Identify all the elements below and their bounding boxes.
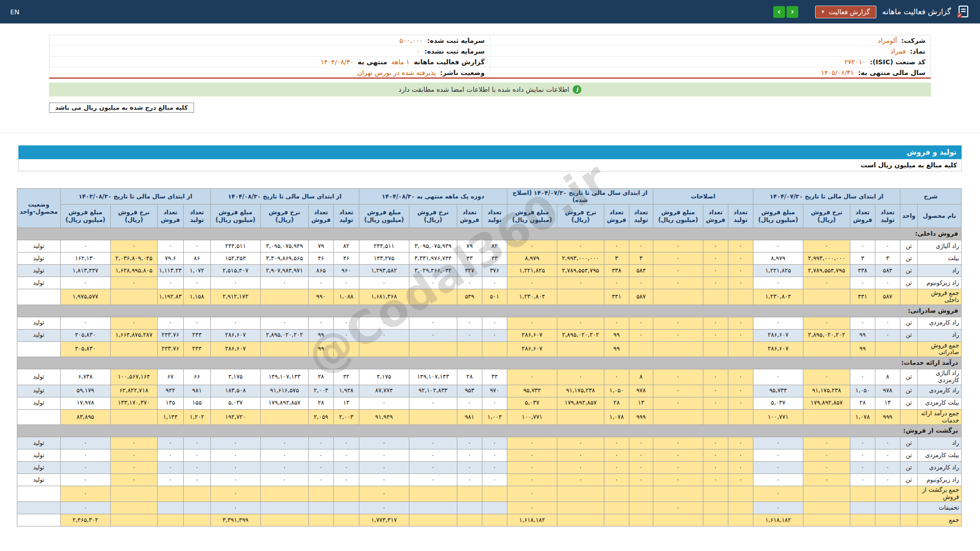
value-cell: ۰ xyxy=(210,462,260,474)
value-cell xyxy=(333,502,359,514)
value-cell xyxy=(110,341,157,357)
value-cell xyxy=(703,486,728,502)
value-cell xyxy=(803,289,850,305)
value-cell: ۰ xyxy=(482,449,507,462)
product-name-cell: راد xyxy=(918,437,962,449)
value-cell: ۵۸۴ xyxy=(629,265,653,277)
column-header: واحد xyxy=(900,205,917,228)
value-cell: ۰ xyxy=(359,317,409,329)
value-cell: ۲,۰۵۹ xyxy=(308,409,333,425)
value-cell: ۰ xyxy=(703,385,728,397)
column-header: تعداد تولید xyxy=(333,205,359,228)
product-name-cell: بیلت کارمزدی xyxy=(918,397,962,409)
value-cell: ۰ xyxy=(409,462,457,474)
report-type-button[interactable]: گزارش فعالیت ▾ xyxy=(815,6,876,18)
value-cell xyxy=(308,486,333,502)
value-cell: ۱,۲۳۰,۸۰۴ xyxy=(507,289,557,305)
isic-field: کد صنعت (ISIC): ۲۷۲۰۱۰ xyxy=(490,57,931,67)
value-cell: ۰ xyxy=(507,502,557,514)
alert-text: اطلاعات نمایش داده شده با اطلاعات امضا ش… xyxy=(399,86,569,93)
value-cell xyxy=(359,341,409,357)
value-cell xyxy=(157,486,183,502)
next-report-button[interactable]: › xyxy=(787,6,798,18)
value-cell: ۰ xyxy=(629,329,653,341)
value-cell: ۰ xyxy=(557,277,604,289)
value-cell: ۴۳ xyxy=(457,253,482,265)
unregistered-capital-field: سرمایه ثبت نشده: ۰ xyxy=(50,46,490,56)
value-cell: ۰ xyxy=(728,329,753,341)
value-cell: ۰ xyxy=(629,449,653,462)
value-cell: ۱۷۹,۸۹۲,۸۵۷ xyxy=(803,397,850,409)
value-cell: ۰ xyxy=(703,397,728,409)
value-cell: ۰ xyxy=(359,277,409,289)
value-cell xyxy=(110,502,157,514)
value-cell: ۰ xyxy=(482,277,507,289)
value-cell: ۰ xyxy=(260,449,308,462)
unit-cell: تن xyxy=(900,253,917,265)
value-cell: ۱۴۹,۱۰۷,۱۴۳ xyxy=(409,369,457,385)
value-cell xyxy=(260,409,308,425)
value-cell: ۳۷۶ xyxy=(482,265,507,277)
column-header: مبلغ فروش (میلیون ریال) xyxy=(507,205,557,228)
value-cell xyxy=(260,289,308,305)
product-row: راد آلیاژی کارمزدیتن۸۰۰۰۰۰۰۸۰۰۰۳۴۲۸۱۴۹,۱… xyxy=(17,369,961,385)
value-cell: ۰ xyxy=(457,437,482,449)
value-cell: ۰ xyxy=(60,277,110,289)
column-header-status: وضعیت محصول-واحد xyxy=(17,189,60,228)
value-cell: ۹۵,۷۳۴ xyxy=(507,385,557,397)
value-cell: ۱,۰۵۰ xyxy=(850,385,875,397)
value-cell: ۰ xyxy=(753,474,803,486)
column-header: نرخ فروش (ریال) xyxy=(803,205,850,228)
production-sales-section: تولید و فروش کلیه مبالغ به میلیون ریال ا… xyxy=(18,145,962,527)
value-cell: ۰ xyxy=(60,449,110,462)
value-cell: ۹۷۸ xyxy=(629,385,653,397)
value-cell: ۹۸۱ xyxy=(457,409,482,425)
value-cell: ۰ xyxy=(728,240,753,253)
value-cell: ۲,۷۸۹,۵۵۴,۷۹۵ xyxy=(557,265,604,277)
value-cell xyxy=(457,502,482,514)
value-cell: ۴,۱۷۵ xyxy=(359,369,409,385)
value-cell: ۰ xyxy=(210,502,260,514)
value-cell: ۰ xyxy=(183,317,210,329)
value-cell: ۰ xyxy=(482,437,507,449)
value-cell: ۰ xyxy=(850,369,875,385)
value-cell: ۰ xyxy=(457,397,482,409)
field-label: وضعیت ناشر: xyxy=(440,69,484,77)
value-cell xyxy=(260,502,308,514)
value-cell: ۰ xyxy=(803,240,850,253)
product-name-cell: جمع فروش داخلی xyxy=(918,289,962,305)
column-header: مبلغ فروش (میلیون ریال) xyxy=(753,205,803,228)
prev-report-button[interactable]: ‹ xyxy=(773,6,785,18)
value-cell: ۰ xyxy=(333,329,359,341)
value-cell: ۰ xyxy=(803,474,850,486)
value-cell xyxy=(110,409,157,425)
value-cell xyxy=(803,486,850,502)
table-subheader-row: نام محصولواحدتعداد تولیدتعداد فروشنرخ فر… xyxy=(17,205,961,228)
value-cell: ۰ xyxy=(653,253,703,265)
value-cell: ۰ xyxy=(557,449,604,462)
value-cell: ۰ xyxy=(359,397,409,409)
chevron-down-icon: ▾ xyxy=(822,9,824,14)
column-header: تعداد فروش xyxy=(157,205,183,228)
unit-cell: تن xyxy=(900,462,917,474)
column-group-header: اصلاحات xyxy=(653,189,753,205)
value-cell: ۱۴۳,۲۷۵ xyxy=(359,253,409,265)
field-value: ۰ xyxy=(416,47,420,55)
value-cell: ۷۹ xyxy=(308,240,333,253)
field-label: نماد: xyxy=(910,47,925,55)
value-cell: ۹۹ xyxy=(308,329,333,341)
field-value: آلومراد xyxy=(878,37,897,44)
language-toggle[interactable]: EN xyxy=(10,8,19,16)
value-cell: ۰ xyxy=(604,277,629,289)
value-cell xyxy=(557,502,604,514)
value-cell: ۵,۰۳۷ xyxy=(753,397,803,409)
product-row: بیلتتن۳۳۲,۹۹۳,۰۰۰,۰۰۰۸,۹۷۹۰۰۰۳۳۲,۹۹۳,۰۰۰… xyxy=(17,253,961,265)
value-cell: ۸۶۵ xyxy=(308,265,333,277)
value-cell: ۰ xyxy=(359,437,409,449)
value-cell: ۱,۰۸۸ xyxy=(333,289,359,305)
value-cell: ۰ xyxy=(803,317,850,329)
value-cell: ۰ xyxy=(703,240,728,253)
value-cell: ۰ xyxy=(60,317,110,329)
value-cell: ۰ xyxy=(457,449,482,462)
value-cell xyxy=(850,502,875,514)
